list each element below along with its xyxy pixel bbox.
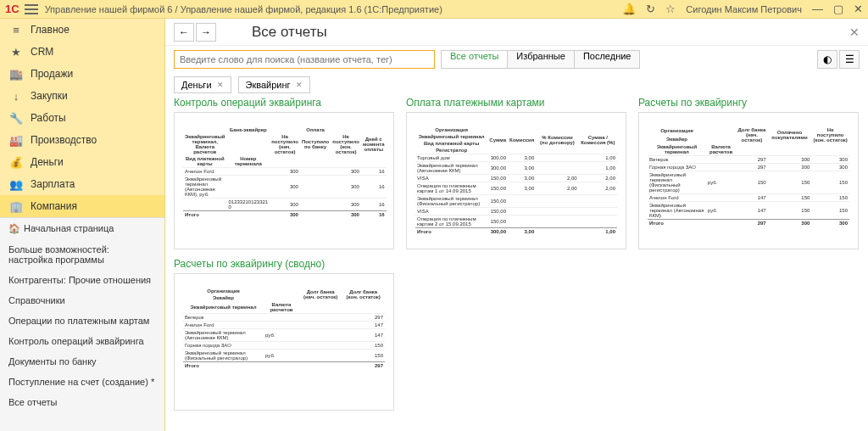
sidebar-item-sales[interactable]: 🏬Продажи bbox=[0, 63, 164, 85]
sidebar-item-purchases[interactable]: ↓Закупки bbox=[0, 85, 164, 107]
report-link[interactable]: Расчеты по эквайрингу bbox=[638, 97, 859, 109]
view-list-button[interactable]: ☰ bbox=[839, 50, 860, 69]
sidebar-item-crm[interactable]: ★CRM bbox=[0, 41, 164, 63]
filter-tag-acquiring[interactable]: Эквайринг✕ bbox=[238, 76, 310, 93]
menu-icon[interactable] bbox=[25, 4, 38, 14]
star-icon: ★ bbox=[8, 46, 24, 59]
report-preview[interactable]: ОрганизацияДолг банка (нач. остаток)Долг… bbox=[174, 273, 394, 411]
building-icon: 🏢 bbox=[8, 200, 24, 213]
sidebar-item-salary[interactable]: 👥Зарплата bbox=[0, 173, 164, 195]
remove-tag-icon[interactable]: ✕ bbox=[217, 81, 224, 89]
sidebar-item-company[interactable]: 🏢Компания bbox=[0, 195, 164, 217]
report-preview[interactable]: ОрганизацияДолг банка (нач. остаток)Опла… bbox=[638, 112, 859, 249]
report-preview[interactable]: ОрганизацияСуммаКомиссия% Комиссии (по д… bbox=[406, 112, 626, 249]
maximize-icon[interactable]: ▢ bbox=[833, 3, 843, 15]
sec-item[interactable]: Операции по платежным картам bbox=[0, 311, 164, 331]
sidebar-item-jobs[interactable]: 🔧Работы bbox=[0, 107, 164, 129]
close-icon[interactable]: ✕ bbox=[854, 3, 863, 15]
list-icon: ≡ bbox=[8, 24, 24, 36]
report-link[interactable]: Оплата платежными картами bbox=[406, 97, 626, 109]
report-card: Расчеты по эквайрингу ОрганизацияДолг ба… bbox=[638, 97, 859, 249]
close-page-icon[interactable]: ✕ bbox=[849, 25, 860, 39]
sec-item[interactable]: Все отчеты bbox=[0, 392, 164, 412]
main: ← → Все отчеты ✕ Все отчеты Избранные По… bbox=[165, 19, 868, 431]
sec-item[interactable]: Поступление на счет (создание) * bbox=[0, 372, 164, 392]
sec-item[interactable]: Справочники bbox=[0, 290, 164, 311]
sidebar-item-money[interactable]: 💰Деньги bbox=[0, 151, 164, 173]
sec-item[interactable]: Документы по банку bbox=[0, 351, 164, 372]
wrench-icon: 🔧 bbox=[8, 112, 24, 125]
sec-item[interactable]: Больше возможностей: настройка программы bbox=[0, 239, 164, 270]
segment-favorites[interactable]: Избранные bbox=[507, 50, 575, 69]
search-input[interactable] bbox=[174, 50, 435, 69]
segment-recent[interactable]: Последние bbox=[574, 50, 641, 69]
logo-1c: 1С bbox=[5, 3, 19, 15]
filter-tag-money[interactable]: Деньги✕ bbox=[174, 76, 231, 93]
home-icon: 🏠 bbox=[8, 223, 20, 233]
report-link[interactable]: Расчеты по эквайрингу (сводно) bbox=[174, 258, 394, 270]
sidebar: ≡Главное ★CRM 🏬Продажи ↓Закупки 🔧Работы … bbox=[0, 19, 165, 431]
sec-item[interactable]: Контроль операций эквайринга bbox=[0, 331, 164, 351]
sec-item[interactable]: 🏠Начальная страница bbox=[0, 218, 164, 239]
sidebar-item-main[interactable]: ≡Главное bbox=[0, 19, 164, 41]
down-icon: ↓ bbox=[8, 90, 24, 103]
report-preview[interactable]: Банк-эквайрерОплата Эквайринговый термин… bbox=[174, 112, 394, 249]
report-card: Расчеты по эквайрингу (сводно) Организац… bbox=[174, 258, 394, 411]
titlebar: 1С Управление нашей фирмой 6 / Управлени… bbox=[0, 0, 868, 19]
window-title: Управление нашей фирмой 6 / Управление н… bbox=[45, 4, 623, 14]
view-cards-button[interactable]: ◐ bbox=[817, 50, 837, 69]
nav-back-button[interactable]: ← bbox=[174, 23, 194, 42]
nav-forward-button[interactable]: → bbox=[196, 23, 216, 42]
report-card: Контроль операций эквайринга Банк-эквайр… bbox=[174, 97, 394, 249]
report-card: Оплата платежными картами ОрганизацияСум… bbox=[406, 97, 626, 249]
username: Сигодин Максим Петрович bbox=[686, 4, 802, 14]
remove-tag-icon[interactable]: ✕ bbox=[296, 81, 303, 89]
bell-icon[interactable]: 🔔 bbox=[622, 3, 636, 15]
minimize-icon[interactable]: — bbox=[812, 3, 823, 15]
report-link[interactable]: Контроль операций эквайринга bbox=[174, 97, 394, 109]
sec-item[interactable]: Контрагенты: Прочие отношения bbox=[0, 270, 164, 290]
history-icon[interactable]: ↻ bbox=[646, 3, 655, 15]
segment-all[interactable]: Все отчеты bbox=[441, 50, 508, 69]
store-icon: 🏬 bbox=[8, 68, 24, 81]
star-icon[interactable]: ☆ bbox=[665, 3, 676, 15]
people-icon: 👥 bbox=[8, 178, 24, 191]
factory-icon: 🏭 bbox=[8, 134, 24, 147]
page-title: Все отчеты bbox=[252, 24, 327, 41]
sidebar-item-production[interactable]: 🏭Производство bbox=[0, 129, 164, 151]
money-icon: 💰 bbox=[8, 156, 24, 169]
